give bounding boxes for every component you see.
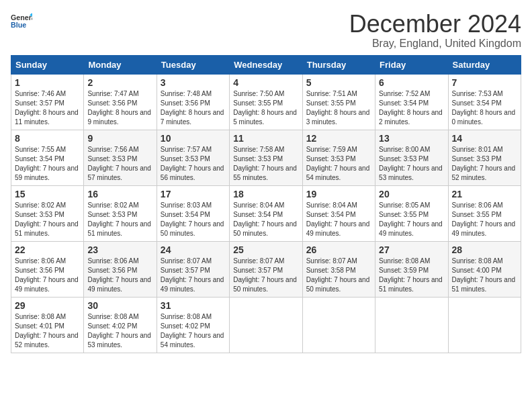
day-info: Sunrise: 7:59 AM Sunset: 3:53 PM Dayligh… (306, 145, 371, 183)
day-cell: 3Sunrise: 7:48 AM Sunset: 3:56 PM Daylig… (157, 74, 229, 130)
week-row-5: 29Sunrise: 8:08 AM Sunset: 4:01 PM Dayli… (11, 297, 521, 353)
day-info: Sunrise: 8:06 AM Sunset: 3:55 PM Dayligh… (452, 201, 517, 238)
day-cell: 16Sunrise: 8:02 AM Sunset: 3:53 PM Dayli… (84, 185, 157, 241)
day-cell: 19Sunrise: 8:04 AM Sunset: 3:54 PM Dayli… (302, 185, 375, 241)
day-number: 6 (379, 77, 444, 88)
day-info: Sunrise: 8:08 AM Sunset: 4:02 PM Dayligh… (161, 312, 226, 350)
day-number: 31 (161, 300, 226, 311)
week-row-4: 22Sunrise: 8:06 AM Sunset: 3:56 PM Dayli… (11, 241, 521, 297)
day-number: 12 (306, 133, 371, 144)
day-cell: 10Sunrise: 7:57 AM Sunset: 3:53 PM Dayli… (157, 130, 229, 185)
day-header-tuesday: Tuesday (157, 55, 229, 74)
day-info: Sunrise: 8:03 AM Sunset: 3:54 PM Dayligh… (161, 201, 226, 238)
header-row: SundayMondayTuesdayWednesdayThursdayFrid… (11, 55, 521, 74)
day-info: Sunrise: 7:55 AM Sunset: 3:54 PM Dayligh… (15, 145, 80, 183)
day-cell: 13Sunrise: 8:00 AM Sunset: 3:53 PM Dayli… (375, 130, 448, 185)
day-info: Sunrise: 8:07 AM Sunset: 3:57 PM Dayligh… (161, 257, 226, 294)
day-number: 28 (452, 244, 517, 255)
day-info: Sunrise: 8:07 AM Sunset: 3:57 PM Dayligh… (233, 257, 298, 294)
day-cell: 14Sunrise: 8:01 AM Sunset: 3:53 PM Dayli… (448, 130, 521, 185)
day-info: Sunrise: 8:08 AM Sunset: 4:00 PM Dayligh… (452, 257, 517, 294)
day-number: 18 (233, 189, 298, 199)
day-cell: 30Sunrise: 8:08 AM Sunset: 4:02 PM Dayli… (84, 297, 157, 353)
day-number: 5 (306, 77, 371, 88)
day-number: 20 (379, 189, 444, 199)
day-info: Sunrise: 8:01 AM Sunset: 3:53 PM Dayligh… (452, 145, 517, 183)
day-number: 7 (452, 77, 517, 88)
day-cell: 22Sunrise: 8:06 AM Sunset: 3:56 PM Dayli… (11, 241, 84, 297)
svg-text:Blue: Blue (11, 21, 26, 29)
day-number: 2 (87, 77, 152, 88)
day-number: 23 (87, 244, 152, 255)
day-cell: 4Sunrise: 7:50 AM Sunset: 3:55 PM Daylig… (230, 74, 302, 130)
day-cell (375, 297, 448, 353)
day-header-sunday: Sunday (11, 55, 84, 74)
day-number: 25 (233, 244, 298, 255)
day-number: 8 (15, 133, 80, 144)
day-number: 1 (15, 77, 80, 88)
day-info: Sunrise: 8:06 AM Sunset: 3:56 PM Dayligh… (15, 257, 80, 294)
day-number: 10 (161, 133, 226, 144)
day-info: Sunrise: 8:05 AM Sunset: 3:55 PM Dayligh… (379, 201, 444, 238)
day-info: Sunrise: 8:02 AM Sunset: 3:53 PM Dayligh… (87, 201, 152, 238)
day-number: 11 (233, 133, 298, 144)
day-cell: 5Sunrise: 7:51 AM Sunset: 3:55 PM Daylig… (302, 74, 375, 130)
logo: General Blue (11, 11, 35, 32)
day-info: Sunrise: 8:02 AM Sunset: 3:53 PM Dayligh… (15, 201, 80, 238)
month-title: December 2024 (349, 11, 521, 38)
day-cell: 8Sunrise: 7:55 AM Sunset: 3:54 PM Daylig… (11, 130, 84, 185)
day-cell: 28Sunrise: 8:08 AM Sunset: 4:00 PM Dayli… (448, 241, 521, 297)
day-cell: 20Sunrise: 8:05 AM Sunset: 3:55 PM Dayli… (375, 185, 448, 241)
day-number: 24 (161, 244, 226, 255)
day-cell: 7Sunrise: 7:53 AM Sunset: 3:54 PM Daylig… (448, 74, 521, 130)
day-info: Sunrise: 7:57 AM Sunset: 3:53 PM Dayligh… (161, 145, 226, 183)
day-cell: 27Sunrise: 8:08 AM Sunset: 3:59 PM Dayli… (375, 241, 448, 297)
day-cell (230, 297, 302, 353)
day-info: Sunrise: 7:46 AM Sunset: 3:57 PM Dayligh… (15, 89, 80, 127)
day-header-monday: Monday (84, 55, 157, 74)
day-info: Sunrise: 8:04 AM Sunset: 3:54 PM Dayligh… (233, 201, 298, 238)
day-number: 30 (87, 300, 152, 311)
day-info: Sunrise: 7:52 AM Sunset: 3:54 PM Dayligh… (379, 89, 444, 127)
location-subtitle: Bray, England, United Kingdom (349, 38, 521, 50)
day-number: 27 (379, 244, 444, 255)
day-cell: 1Sunrise: 7:46 AM Sunset: 3:57 PM Daylig… (11, 74, 84, 130)
day-info: Sunrise: 8:08 AM Sunset: 3:59 PM Dayligh… (379, 257, 444, 294)
day-cell: 26Sunrise: 8:07 AM Sunset: 3:58 PM Dayli… (302, 241, 375, 297)
title-section: December 2024 Bray, England, United King… (349, 11, 521, 50)
week-row-3: 15Sunrise: 8:02 AM Sunset: 3:53 PM Dayli… (11, 185, 521, 241)
day-header-saturday: Saturday (448, 55, 521, 74)
day-info: Sunrise: 8:08 AM Sunset: 4:01 PM Dayligh… (15, 312, 80, 350)
day-cell: 25Sunrise: 8:07 AM Sunset: 3:57 PM Dayli… (230, 241, 302, 297)
day-number: 14 (452, 133, 517, 144)
day-cell: 29Sunrise: 8:08 AM Sunset: 4:01 PM Dayli… (11, 297, 84, 353)
day-cell: 6Sunrise: 7:52 AM Sunset: 3:54 PM Daylig… (375, 74, 448, 130)
page-container: General Blue December 2024 Bray, England… (11, 11, 521, 353)
day-number: 9 (87, 133, 152, 144)
day-cell: 11Sunrise: 7:58 AM Sunset: 3:53 PM Dayli… (230, 130, 302, 185)
day-info: Sunrise: 7:56 AM Sunset: 3:53 PM Dayligh… (87, 145, 152, 183)
day-cell (302, 297, 375, 353)
page-header: General Blue December 2024 Bray, England… (11, 11, 521, 50)
day-info: Sunrise: 7:50 AM Sunset: 3:55 PM Dayligh… (233, 89, 298, 127)
day-cell: 21Sunrise: 8:06 AM Sunset: 3:55 PM Dayli… (448, 185, 521, 241)
calendar-table: SundayMondayTuesdayWednesdayThursdayFrid… (11, 55, 521, 353)
day-cell (448, 297, 521, 353)
day-header-thursday: Thursday (302, 55, 375, 74)
day-cell: 24Sunrise: 8:07 AM Sunset: 3:57 PM Dayli… (157, 241, 229, 297)
week-row-1: 1Sunrise: 7:46 AM Sunset: 3:57 PM Daylig… (11, 74, 521, 130)
day-cell: 23Sunrise: 8:06 AM Sunset: 3:56 PM Dayli… (84, 241, 157, 297)
week-row-2: 8Sunrise: 7:55 AM Sunset: 3:54 PM Daylig… (11, 130, 521, 185)
day-number: 26 (306, 244, 371, 255)
day-number: 17 (161, 189, 226, 199)
day-cell: 17Sunrise: 8:03 AM Sunset: 3:54 PM Dayli… (157, 185, 229, 241)
day-cell: 9Sunrise: 7:56 AM Sunset: 3:53 PM Daylig… (84, 130, 157, 185)
day-cell: 31Sunrise: 8:08 AM Sunset: 4:02 PM Dayli… (157, 297, 229, 353)
day-info: Sunrise: 7:53 AM Sunset: 3:54 PM Dayligh… (452, 89, 517, 127)
day-number: 19 (306, 189, 371, 199)
day-info: Sunrise: 8:06 AM Sunset: 3:56 PM Dayligh… (87, 257, 152, 294)
day-cell: 15Sunrise: 8:02 AM Sunset: 3:53 PM Dayli… (11, 185, 84, 241)
day-number: 29 (15, 300, 80, 311)
day-info: Sunrise: 8:00 AM Sunset: 3:53 PM Dayligh… (379, 145, 444, 183)
day-header-wednesday: Wednesday (230, 55, 302, 74)
